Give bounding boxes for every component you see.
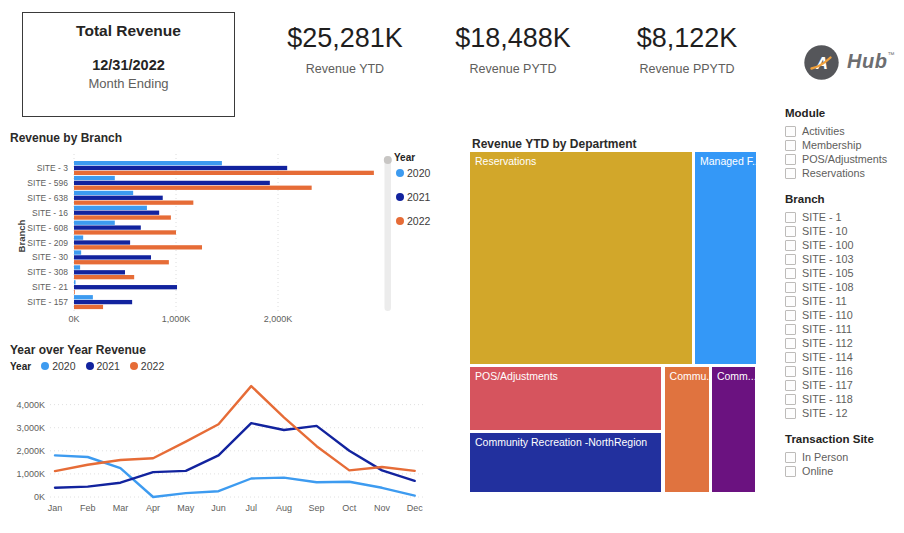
treemap-cell-commu[interactable]: Commu... <box>665 367 709 492</box>
bar-site-16-2022[interactable] <box>74 215 171 219</box>
line-series-2021[interactable] <box>55 423 415 488</box>
filter-option[interactable]: SITE - 114 <box>785 350 904 364</box>
legend-label-2022[interactable]: 2022 <box>407 215 431 227</box>
filter-option[interactable]: SITE - 111 <box>785 322 904 336</box>
bar-site-608-2020[interactable] <box>74 221 115 225</box>
filter-option[interactable]: SITE - 117 <box>785 378 904 392</box>
bar-site-209-2020[interactable] <box>74 236 83 240</box>
filter-option[interactable]: SITE - 103 <box>785 252 904 266</box>
legend-scrollbar-track[interactable] <box>385 156 392 311</box>
filter-option[interactable]: SITE - 105 <box>785 266 904 280</box>
bar-site-16-2021[interactable] <box>74 211 159 215</box>
filter-option[interactable]: SITE - 100 <box>785 238 904 252</box>
filter-option[interactable]: SITE - 1 <box>785 210 904 224</box>
bar-site-30-2021[interactable] <box>74 255 151 259</box>
bar-site-30-2020[interactable] <box>74 250 81 254</box>
line-x-tick: Sep <box>309 503 325 513</box>
checkbox-icon[interactable] <box>785 466 796 477</box>
filter-option[interactable]: Online <box>785 464 904 478</box>
bar-site-596-2021[interactable] <box>74 181 270 185</box>
filter-option[interactable]: In Person <box>785 450 904 464</box>
bar-site-638-2020[interactable] <box>74 191 133 195</box>
checkbox-icon[interactable] <box>785 296 796 307</box>
filter-option[interactable]: SITE - 11 <box>785 294 904 308</box>
bar-site-16-2020[interactable] <box>74 206 147 210</box>
line-legend-item-2021[interactable]: 2021 <box>86 360 120 372</box>
checkbox-icon[interactable] <box>785 282 796 293</box>
checkbox-icon[interactable] <box>785 310 796 321</box>
checkbox-icon[interactable] <box>785 380 796 391</box>
filter-option[interactable]: Membership <box>785 138 904 152</box>
bar-site-3-2021[interactable] <box>74 166 287 170</box>
bar-site-308-2021[interactable] <box>74 270 125 274</box>
filter-option[interactable]: SITE - 108 <box>785 280 904 294</box>
checkbox-icon[interactable] <box>785 212 796 223</box>
checkbox-icon[interactable] <box>785 254 796 265</box>
filter-option[interactable]: SITE - 110 <box>785 308 904 322</box>
bar-site-596-2022[interactable] <box>74 186 312 190</box>
checkbox-icon[interactable] <box>785 126 796 137</box>
checkbox-icon[interactable] <box>785 338 796 349</box>
treemap-cell-comm[interactable]: Comm... <box>712 367 755 492</box>
checkbox-icon[interactable] <box>785 408 796 419</box>
checkbox-icon[interactable] <box>785 394 796 405</box>
bar-site-308-2022[interactable] <box>74 275 134 279</box>
bar-site-3-2022[interactable] <box>74 171 374 175</box>
filter-option[interactable]: SITE - 118 <box>785 392 904 406</box>
bar-site-308-2020[interactable] <box>74 265 80 269</box>
bar-site-638-2022[interactable] <box>74 201 193 205</box>
line-x-tick: Jan <box>48 503 63 513</box>
legend-label-2020: 2020 <box>52 360 75 372</box>
bar-y-axis-title: Branch <box>16 219 27 252</box>
legend-scrollbar-thumb[interactable] <box>384 156 392 164</box>
checkbox-icon[interactable] <box>785 324 796 335</box>
line-x-tick: Jun <box>211 503 226 513</box>
legend-label-2020[interactable]: 2020 <box>407 167 431 179</box>
line-legend-item-2022[interactable]: 2022 <box>130 360 164 372</box>
bar-site-209-2021[interactable] <box>74 240 130 244</box>
bar-site-638-2021[interactable] <box>74 196 163 200</box>
bar-site-608-2022[interactable] <box>74 230 176 234</box>
checkbox-icon[interactable] <box>785 268 796 279</box>
bar-site-157-2021[interactable] <box>74 300 132 304</box>
treemap-cell-managed-f[interactable]: Managed F... <box>695 152 756 364</box>
checkbox-icon[interactable] <box>785 452 796 463</box>
bar-site-608-2021[interactable] <box>74 225 141 229</box>
checkbox-icon[interactable] <box>785 140 796 151</box>
checkbox-icon[interactable] <box>785 352 796 363</box>
checkbox-icon[interactable] <box>785 154 796 165</box>
bar-site-596-2020[interactable] <box>74 176 115 180</box>
bar-site-30-2022[interactable] <box>74 260 169 264</box>
filter-option[interactable]: SITE - 112 <box>785 336 904 350</box>
line-x-tick: Jul <box>245 503 257 513</box>
filter-option[interactable]: SITE - 12 <box>785 406 904 420</box>
bar-chart-title: Revenue by Branch <box>10 131 122 145</box>
bar-site-157-2022[interactable] <box>74 305 103 309</box>
checkbox-icon[interactable] <box>785 240 796 251</box>
checkbox-icon[interactable] <box>785 168 796 179</box>
filter-option[interactable]: SITE - 10 <box>785 224 904 238</box>
filter-option[interactable]: Activities <box>785 124 904 138</box>
legend-dot-2022[interactable] <box>396 217 404 225</box>
bar-category-label: SITE - 209 <box>27 238 68 248</box>
legend-dot-2020[interactable] <box>396 169 404 177</box>
hub-logo: A Hub ™ <box>803 44 894 81</box>
filter-option[interactable]: SITE - 116 <box>785 364 904 378</box>
bar-site-21-2020[interactable] <box>74 280 76 284</box>
bar-site-3-2020[interactable] <box>74 161 222 165</box>
filter-option[interactable]: Reservations <box>785 166 904 180</box>
kpi-value: $25,281K <box>269 23 421 54</box>
legend-label-2021[interactable]: 2021 <box>407 191 431 203</box>
legend-dot-2021[interactable] <box>396 193 404 201</box>
treemap-cell-community-recreation-northregion[interactable]: Community Recreation -NorthRegion <box>470 433 661 492</box>
treemap-cell-pos-adjustments[interactable]: POS/Adjustments <box>470 367 661 430</box>
bar-site-157-2020[interactable] <box>74 295 93 299</box>
line-legend-item-2020[interactable]: 2020 <box>41 360 75 372</box>
treemap-cell-reservations[interactable]: Reservations <box>470 152 692 364</box>
checkbox-icon[interactable] <box>785 366 796 377</box>
bar-site-21-2022[interactable] <box>74 290 75 294</box>
bar-site-209-2022[interactable] <box>74 245 202 249</box>
bar-site-21-2021[interactable] <box>74 285 177 289</box>
checkbox-icon[interactable] <box>785 226 796 237</box>
filter-option[interactable]: POS/Adjustments <box>785 152 904 166</box>
